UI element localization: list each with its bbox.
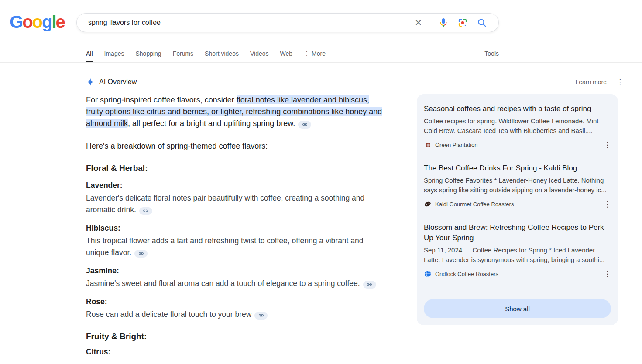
link-icon xyxy=(302,122,308,127)
source-title[interactable]: The Best Coffee Drinks For Spring - Kald… xyxy=(424,163,611,173)
tab-web[interactable]: Web xyxy=(280,50,293,62)
source-menu-icon[interactable]: ⋮ xyxy=(604,201,611,208)
term-hibiscus: Hibiscus: xyxy=(86,224,387,233)
google-logo[interactable]: Google xyxy=(10,12,65,31)
term-lavender: Lavender: xyxy=(86,181,387,190)
learn-more-link[interactable]: Learn more xyxy=(575,78,607,85)
search-icon[interactable] xyxy=(477,17,487,28)
citation-link-chip[interactable] xyxy=(139,207,152,215)
link-icon xyxy=(138,251,144,256)
tab-images[interactable]: Images xyxy=(104,50,124,62)
green-plantation-favicon xyxy=(424,141,432,149)
google-lens-icon[interactable] xyxy=(457,17,468,28)
card-divider xyxy=(424,215,611,215)
ai-overview-intro: For spring-inspired coffee flavors, cons… xyxy=(86,94,387,129)
description-text: Rose can add a delicate floral touch to … xyxy=(86,310,251,319)
intro-text: For spring-inspired coffee flavors, cons… xyxy=(86,95,237,104)
citation-link-chip[interactable] xyxy=(254,312,268,320)
link-icon xyxy=(367,282,372,287)
source-menu-icon[interactable]: ⋮ xyxy=(604,141,611,149)
source-snippet: Spring Coffee Favorites * Lavender-Honey… xyxy=(424,176,611,195)
tab-all[interactable]: All xyxy=(86,50,93,62)
link-icon xyxy=(258,313,264,318)
section-heading-floral-herbal: Floral & Herbal: xyxy=(86,163,387,173)
more-kebab-icon: ⋮ xyxy=(304,51,310,57)
source-attribution-row[interactable]: Kaldi Gourmet Coffee Roasters ⋮ xyxy=(424,200,611,208)
sources-panel: Seasonal coffees and recipes with a tast… xyxy=(417,94,618,325)
term-description: This tropical flower adds a tart and ref… xyxy=(86,235,387,259)
description-text: This tropical flower adds a tart and ref… xyxy=(86,236,364,257)
source-name: Kaldi Gourmet Coffee Roasters xyxy=(435,201,600,208)
source-attribution-row[interactable]: Gridlock Coffee Roasters ⋮ xyxy=(424,270,611,278)
clear-icon[interactable]: ✕ xyxy=(415,18,422,27)
section-heading-fruity-bright: Fruity & Bright: xyxy=(86,332,387,341)
source-snippet: Sep 11, 2024 — Coffee Recipes for Spring… xyxy=(424,245,611,265)
term-jasmine: Jasmine: xyxy=(86,266,387,276)
logo-letter: G xyxy=(10,12,22,31)
header-divider xyxy=(0,62,642,63)
tab-list: All Images Shopping Forums Short videos … xyxy=(86,50,326,62)
intro-text: , all perfect for a bright and uplifting… xyxy=(128,119,295,128)
tab-short-videos[interactable]: Short videos xyxy=(205,50,239,62)
tab-forums[interactable]: Forums xyxy=(173,50,193,62)
tab-shopping[interactable]: Shopping xyxy=(135,50,161,62)
term-description: Rose can add a delicate floral touch to … xyxy=(86,309,387,320)
more-label: More xyxy=(312,50,326,57)
kaldi-favicon xyxy=(424,200,432,208)
term-rose: Rose: xyxy=(86,297,387,306)
source-card: The Best Coffee Drinks For Spring - Kald… xyxy=(424,163,611,208)
search-header: Google ✕ xyxy=(0,0,642,45)
source-title[interactable]: Blossom and Brew: Refreshing Coffee Reci… xyxy=(424,222,611,243)
card-divider xyxy=(424,156,611,156)
source-snippet: Coffee recipes for spring. Wildflower Co… xyxy=(424,116,611,136)
term-citrus: Citrus: xyxy=(86,347,387,357)
logo-letter: o xyxy=(22,12,32,31)
search-input[interactable] xyxy=(87,18,410,27)
source-attribution-row[interactable]: Green Plantation ⋮ xyxy=(424,141,611,149)
logo-letter: l xyxy=(51,12,55,31)
link-icon xyxy=(143,208,148,214)
microphone-icon[interactable] xyxy=(438,17,449,28)
citation-link-chip[interactable] xyxy=(298,121,311,129)
ai-overview-title: AI Overview xyxy=(99,78,137,86)
ai-overview-header: AI Overview Learn more ⋮ xyxy=(86,78,624,86)
source-name: Gridlock Coffee Roasters xyxy=(435,271,600,277)
results-tabs: All Images Shopping Forums Short videos … xyxy=(86,45,499,62)
citation-link-chip[interactable] xyxy=(363,281,376,289)
term-description: Lavender's delicate floral notes pair be… xyxy=(86,192,387,216)
source-card: Blossom and Brew: Refreshing Coffee Reci… xyxy=(424,222,611,278)
source-title[interactable]: Seasonal coffees and recipes with a tast… xyxy=(424,104,611,114)
ai-overview-body: For spring-inspired coffee flavors, cons… xyxy=(86,94,387,357)
ai-overview-section: AI Overview Learn more ⋮ For spring-insp… xyxy=(86,78,624,357)
term-description: Jasmine's sweet and floral aroma can add… xyxy=(86,278,387,289)
tab-videos[interactable]: Videos xyxy=(250,50,269,62)
logo-letter: e xyxy=(56,12,65,31)
ai-sparkle-icon xyxy=(86,78,95,86)
breakdown-heading: Here's a breakdown of spring-themed coff… xyxy=(86,140,387,152)
source-card: Seasonal coffees and recipes with a tast… xyxy=(424,104,611,149)
ai-overview-menu-icon[interactable]: ⋮ xyxy=(616,78,624,86)
logo-letter: g xyxy=(42,12,51,31)
tools-button[interactable]: Tools xyxy=(484,50,499,62)
tab-more[interactable]: ⋮ More xyxy=(304,50,326,62)
citation-link-chip[interactable] xyxy=(134,250,148,258)
search-bar-divider xyxy=(430,17,430,28)
show-all-button[interactable]: Show all xyxy=(424,299,611,318)
search-bar[interactable]: ✕ xyxy=(76,13,499,32)
description-text: Lavender's delicate floral notes pair be… xyxy=(86,194,364,214)
source-name: Green Plantation xyxy=(435,142,600,148)
logo-letter: o xyxy=(32,12,42,31)
card-divider xyxy=(424,285,611,285)
description-text: Jasmine's sweet and floral aroma can add… xyxy=(86,279,360,288)
gridlock-favicon xyxy=(424,270,432,278)
source-menu-icon[interactable]: ⋮ xyxy=(604,270,611,278)
